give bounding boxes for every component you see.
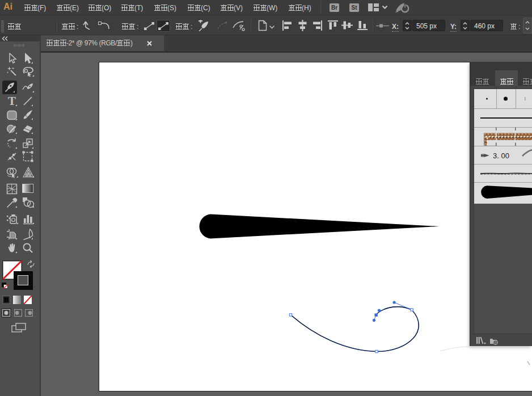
svg-text:T: T	[8, 95, 16, 107]
svg-text:3. 00: 3. 00	[493, 151, 509, 160]
